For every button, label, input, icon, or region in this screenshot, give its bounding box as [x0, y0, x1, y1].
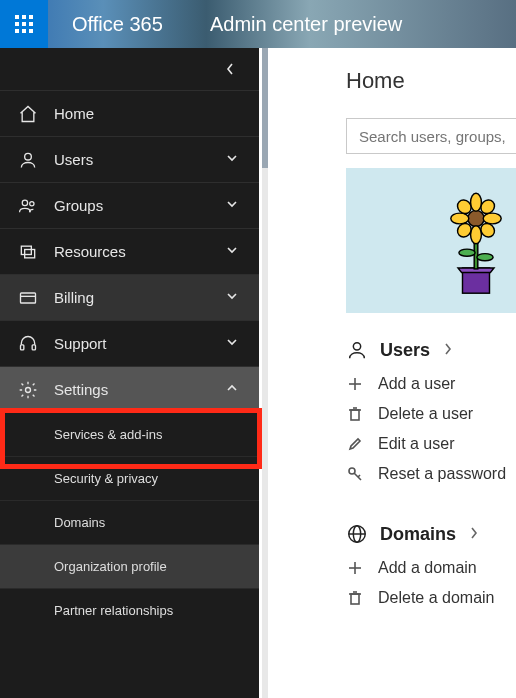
svg-point-23 [477, 253, 493, 260]
nav-settings-services[interactable]: Services & add-ins [0, 412, 259, 456]
edit-user-link[interactable]: Edit a user [346, 435, 516, 453]
area-title: Admin center preview [210, 13, 402, 36]
delete-domain-link[interactable]: Delete a domain [346, 589, 516, 607]
svg-rect-1 [22, 15, 26, 19]
delete-user-link[interactable]: Delete a user [346, 405, 516, 423]
svg-rect-0 [15, 15, 19, 19]
svg-rect-8 [29, 29, 33, 33]
app-launcher-button[interactable] [0, 0, 48, 48]
nav-users[interactable]: Users [0, 136, 259, 182]
page-title: Home [346, 68, 516, 94]
left-nav: Home Users Groups Resources Billing Supp… [0, 48, 259, 698]
pencil-icon [347, 436, 363, 452]
users-section: Users Add a user Delete a user Edit a us… [346, 339, 516, 483]
users-section-header[interactable]: Users [346, 339, 516, 361]
nav-support-label: Support [54, 335, 225, 352]
chevron-left-icon [225, 62, 235, 76]
svg-point-22 [459, 249, 475, 256]
link-label: Delete a domain [378, 589, 495, 607]
svg-rect-7 [22, 29, 26, 33]
domains-section: Domains Add a domain Delete a domain [346, 523, 516, 607]
svg-point-26 [471, 225, 482, 243]
add-user-link[interactable]: Add a user [346, 375, 516, 393]
svg-rect-17 [32, 344, 35, 349]
flower-illustration-icon [431, 181, 516, 301]
svg-point-25 [471, 193, 482, 211]
hero-card [346, 168, 516, 313]
domains-section-header[interactable]: Domains [346, 523, 516, 545]
top-banner: Office 365 Admin center preview [0, 0, 516, 48]
domains-section-title: Domains [380, 524, 456, 545]
groups-icon [18, 196, 38, 216]
svg-point-9 [25, 153, 32, 160]
billing-icon [18, 288, 38, 308]
nav-groups[interactable]: Groups [0, 182, 259, 228]
chevron-down-icon [225, 151, 239, 165]
nav-billing[interactable]: Billing [0, 274, 259, 320]
trash-icon [347, 590, 363, 606]
link-label: Reset a password [378, 465, 506, 483]
globe-icon [346, 523, 368, 545]
waffle-icon [15, 15, 33, 33]
nav-resources[interactable]: Resources [0, 228, 259, 274]
svg-rect-47 [351, 594, 359, 604]
plus-icon [347, 560, 363, 576]
user-icon [346, 339, 368, 361]
chevron-down-icon [225, 197, 239, 211]
link-label: Edit a user [378, 435, 454, 453]
nav-support[interactable]: Support [0, 320, 259, 366]
nav-settings-orgprofile[interactable]: Organization profile [0, 544, 259, 588]
svg-point-11 [30, 201, 34, 205]
chevron-right-icon [468, 526, 480, 540]
svg-point-24 [468, 210, 484, 226]
nav-users-label: Users [54, 151, 225, 168]
chevron-down-icon [225, 289, 239, 303]
key-icon [347, 466, 363, 482]
nav-home-label: Home [54, 105, 241, 122]
app-root: { "banner": { "product": "Office 365", "… [0, 0, 516, 698]
svg-rect-13 [25, 249, 35, 257]
svg-rect-36 [351, 410, 359, 420]
trash-icon [347, 406, 363, 422]
nav-settings-label: Settings [54, 381, 225, 398]
plus-icon [347, 376, 363, 392]
nav-settings-security[interactable]: Security & privacy [0, 456, 259, 500]
support-icon [18, 334, 38, 354]
resources-icon [18, 242, 38, 262]
nav-settings-domains[interactable]: Domains [0, 500, 259, 544]
nav-home[interactable]: Home [0, 90, 259, 136]
nav-settings-partners[interactable]: Partner relationships [0, 588, 259, 632]
svg-rect-4 [22, 22, 26, 26]
svg-rect-3 [15, 22, 19, 26]
nav-sub-label: Organization profile [54, 559, 167, 574]
chevron-up-icon [225, 381, 239, 395]
svg-point-33 [353, 343, 360, 350]
home-icon [18, 104, 38, 124]
svg-rect-6 [15, 29, 19, 33]
nav-sub-label: Domains [54, 515, 105, 530]
search-input[interactable] [346, 118, 516, 154]
user-icon [18, 150, 38, 170]
svg-rect-2 [29, 15, 33, 19]
gear-icon [18, 380, 38, 400]
svg-rect-12 [21, 246, 31, 254]
collapse-nav-button[interactable] [0, 48, 259, 90]
svg-point-28 [483, 213, 501, 224]
reset-password-link[interactable]: Reset a password [346, 465, 516, 483]
link-label: Add a user [378, 375, 455, 393]
svg-point-10 [22, 200, 27, 205]
link-label: Add a domain [378, 559, 477, 577]
svg-line-41 [358, 475, 360, 477]
nav-sub-label: Partner relationships [54, 603, 173, 618]
svg-rect-16 [21, 344, 24, 349]
add-domain-link[interactable]: Add a domain [346, 559, 516, 577]
users-section-title: Users [380, 340, 430, 361]
nav-sub-label: Services & add-ins [54, 427, 162, 442]
nav-resources-label: Resources [54, 243, 225, 260]
svg-point-27 [451, 213, 469, 224]
chevron-right-icon [442, 342, 454, 356]
product-name: Office 365 [72, 13, 163, 36]
svg-rect-14 [21, 293, 36, 303]
nav-groups-label: Groups [54, 197, 225, 214]
nav-settings[interactable]: Settings [0, 366, 259, 412]
